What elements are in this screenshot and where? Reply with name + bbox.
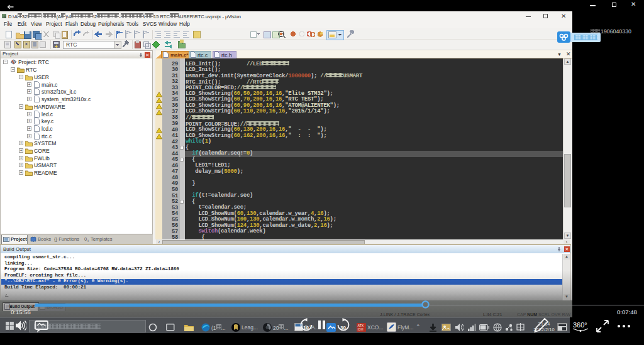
svg-text:RTC: RTC	[66, 41, 77, 48]
svg-text:10: 10	[303, 325, 309, 331]
svg-text:360°: 360°	[573, 321, 587, 329]
svg-text:30: 30	[340, 325, 346, 331]
svg-text:IDM: IDM	[358, 327, 364, 331]
